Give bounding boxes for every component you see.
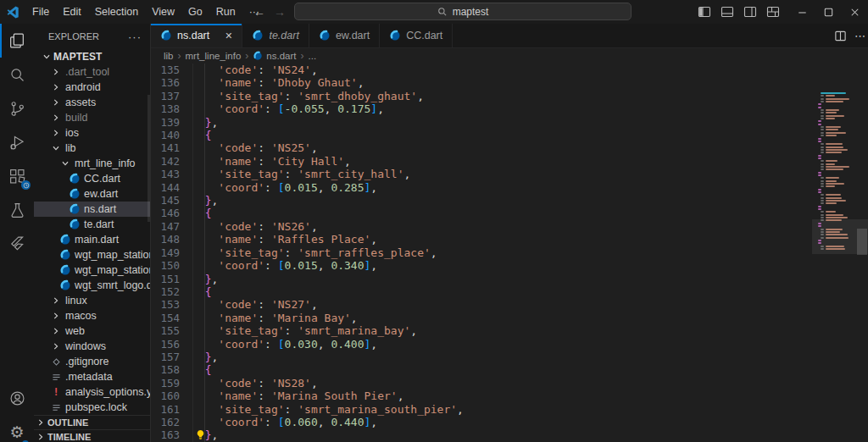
timeline-panel-header[interactable]: TIMELINE xyxy=(34,429,150,442)
line-number[interactable]: 151 xyxy=(151,273,180,285)
line-number[interactable]: 163 xyxy=(151,428,180,441)
code-lines[interactable]: 135 'code': 'NS24',136 'name': 'Dhoby Gh… xyxy=(151,64,812,442)
tree-folder--dart-tool[interactable]: .dart_tool xyxy=(34,64,150,80)
command-center-search[interactable]: maptest xyxy=(294,3,632,20)
code-line-147[interactable]: 147 'code': 'NS26', xyxy=(151,220,812,233)
line-number[interactable]: 146 xyxy=(151,207,180,219)
scrollbar-thumb[interactable] xyxy=(857,229,867,255)
toggle-primary-sidebar-icon[interactable] xyxy=(693,0,715,24)
line-number[interactable]: 154 xyxy=(151,312,180,324)
tree-file-cc-dart[interactable]: CC.dart xyxy=(34,171,150,186)
tree-folder-lib[interactable]: lib xyxy=(34,141,150,156)
line-number[interactable]: 144 xyxy=(151,181,180,194)
tree-file-main-dart[interactable]: main.dart xyxy=(34,232,150,247)
code-line-146[interactable]: 146 { xyxy=(151,207,812,219)
code-line-157[interactable]: 157 }, xyxy=(151,351,812,363)
maximize-button[interactable] xyxy=(815,0,842,24)
tree-folder-macos[interactable]: macos xyxy=(34,308,150,323)
code-line-151[interactable]: 151 }, xyxy=(151,273,812,285)
testing-icon[interactable] xyxy=(0,193,34,227)
line-number[interactable]: 162 xyxy=(151,416,180,428)
sidebar-more-actions-icon[interactable]: ··· xyxy=(128,30,142,43)
line-number[interactable]: 148 xyxy=(151,233,180,246)
line-number[interactable]: 158 xyxy=(151,363,180,376)
tree-folder-mrt-line-info[interactable]: mrt_line_info xyxy=(34,156,150,171)
code-line-161[interactable]: 161 'site_tag': 'smrt_marina_south_pier'… xyxy=(151,403,812,416)
code-line-159[interactable]: 159 'code': 'NS28', xyxy=(151,377,812,390)
tree-file-wgt-map-station-se-[interactable]: wgt_map_station_se... xyxy=(34,247,150,262)
line-number[interactable]: 138 xyxy=(151,102,180,115)
forward-arrow-icon[interactable]: → xyxy=(274,5,286,19)
code-line-144[interactable]: 144 'coord': [0.015, 0.285], xyxy=(151,181,812,194)
tree-file-wgt-smrt-logo-dart[interactable]: wgt_smrt_logo.dart xyxy=(34,278,150,293)
menu-view[interactable]: View xyxy=(145,0,181,24)
tree-file--gitignore[interactable]: .gitignore xyxy=(34,354,150,369)
code-line-141[interactable]: 141 'code': 'NS25', xyxy=(151,141,812,154)
tree-file-te-dart[interactable]: te.dart xyxy=(34,217,150,232)
code-line-152[interactable]: 152 { xyxy=(151,285,812,298)
line-number[interactable]: 141 xyxy=(151,141,180,154)
settings-icon[interactable]: ⚙ xyxy=(0,415,34,442)
split-editor-icon[interactable] xyxy=(834,30,847,42)
code-line-154[interactable]: 154 'name': 'Marina Bay', xyxy=(151,312,812,324)
tab-ns-dart[interactable]: ns.dart✕ xyxy=(151,24,242,47)
toggle-panel-icon[interactable] xyxy=(715,0,738,24)
code-line-160[interactable]: 160 'name': 'Marina South Pier', xyxy=(151,390,812,402)
line-number[interactable]: 156 xyxy=(151,338,180,351)
line-number[interactable]: 137 xyxy=(151,90,180,102)
line-number[interactable]: 159 xyxy=(151,377,180,390)
tab-te-dart[interactable]: te.dart xyxy=(242,24,309,47)
line-number[interactable]: 143 xyxy=(151,168,180,180)
customize-layout-icon[interactable] xyxy=(761,0,784,24)
tree-folder-ios[interactable]: ios xyxy=(34,125,150,141)
code-line-139[interactable]: 139 }, xyxy=(151,116,812,129)
breadcrumb-item--[interactable]: ... xyxy=(309,51,317,61)
line-number[interactable]: 142 xyxy=(151,155,180,168)
line-number[interactable]: 145 xyxy=(151,194,180,207)
tree-folder-android[interactable]: android xyxy=(34,80,150,95)
tree-folder-web[interactable]: web xyxy=(34,323,150,339)
flutter-icon[interactable] xyxy=(0,227,34,261)
source-control-icon[interactable] xyxy=(0,91,34,125)
close-button[interactable] xyxy=(842,0,868,24)
code-line-162[interactable]: 162 'coord': [0.060, 0.440], xyxy=(151,416,812,428)
account-icon[interactable] xyxy=(0,381,34,415)
close-tab-icon[interactable]: ✕ xyxy=(225,30,232,41)
tree-folder-linux[interactable]: linux xyxy=(34,293,150,308)
explorer-icon[interactable] xyxy=(0,24,34,58)
code-line-155[interactable]: 155 'site_tag': 'smrt_marina_bay', xyxy=(151,324,812,337)
tree-file-pubspec-lock[interactable]: pubspec.lock xyxy=(34,400,150,415)
code-line-150[interactable]: 150 'coord': [0.015, 0.340], xyxy=(151,259,812,272)
tree-file-wgt-map-station-dart[interactable]: wgt_map_station.dart xyxy=(34,262,150,278)
code-line-149[interactable]: 149 'site_tag': 'smrt_raffles_place', xyxy=(151,246,812,259)
line-number[interactable]: 149 xyxy=(151,246,180,259)
tab-ew-dart[interactable]: ew.dart xyxy=(309,24,380,47)
toggle-secondary-sidebar-icon[interactable] xyxy=(738,0,761,24)
tree-folder-assets[interactable]: assets xyxy=(34,95,150,110)
code-line-138[interactable]: 138 'coord': [-0.055, 0.175], xyxy=(151,102,812,115)
line-number[interactable]: 135 xyxy=(151,64,180,76)
search-icon[interactable] xyxy=(0,58,34,91)
outline-panel-header[interactable]: OUTLINE xyxy=(34,415,150,429)
extensions-icon[interactable] xyxy=(0,159,34,193)
menu-selection[interactable]: Selection xyxy=(88,0,145,24)
back-arrow-icon[interactable]: ← xyxy=(253,5,265,19)
tree-folder-build[interactable]: build xyxy=(34,110,150,125)
menu-edit[interactable]: Edit xyxy=(56,0,88,24)
line-number[interactable]: 155 xyxy=(151,324,180,337)
line-number[interactable]: 157 xyxy=(151,351,180,363)
code-line-135[interactable]: 135 'code': 'NS24', xyxy=(151,64,812,76)
tree-file-ns-dart[interactable]: ns.dart xyxy=(34,202,150,217)
breadcrumb-item-ns-dart[interactable]: ns.dart xyxy=(253,51,296,61)
sidebar-scrollbar[interactable] xyxy=(147,95,150,222)
minimize-button[interactable] xyxy=(789,0,815,24)
code-line-148[interactable]: 148 'name': 'Raffles Place', xyxy=(151,233,812,246)
run-debug-icon[interactable] xyxy=(0,125,34,159)
tree-folder-windows[interactable]: windows xyxy=(34,339,150,354)
code-line-158[interactable]: 158 { xyxy=(151,363,812,376)
line-number[interactable]: 160 xyxy=(151,390,180,402)
code-line-136[interactable]: 136 'name': 'Dhoby Ghaut', xyxy=(151,76,812,89)
code-editor[interactable]: 135 'code': 'NS24',136 'name': 'Dhoby Gh… xyxy=(151,64,868,442)
editor-scrollbar[interactable] xyxy=(856,88,868,442)
line-number[interactable]: 161 xyxy=(151,403,180,416)
